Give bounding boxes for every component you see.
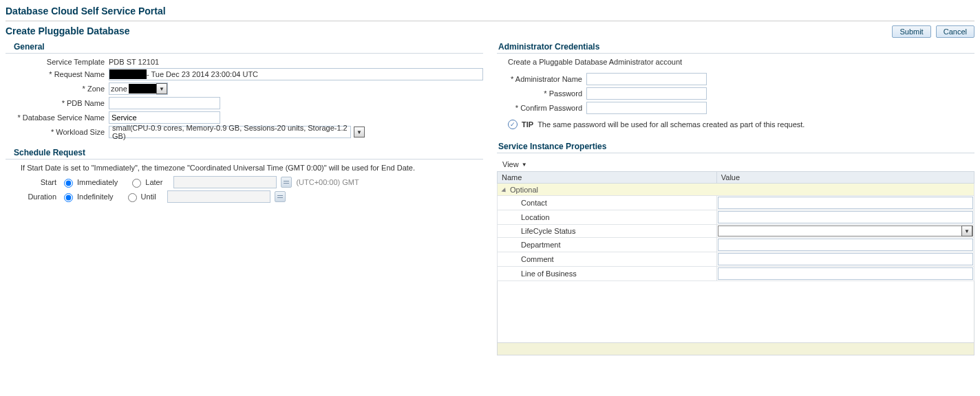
service-template-value: PDB ST 12101: [109, 58, 483, 66]
prop-name: LifeCycle Status: [498, 225, 717, 238]
admin-section-title: Administrator Credentials: [497, 39, 974, 54]
password-label: Password: [497, 89, 586, 98]
action-buttons: Submit Cancel: [889, 25, 974, 38]
request-name-label: Request Name: [6, 70, 109, 78]
start-label: Start: [6, 178, 61, 186]
general-section-title: General: [6, 39, 483, 54]
zone-dropdown-icon[interactable]: ▼: [156, 83, 167, 94]
schedule-note: If Start Date is set to "Immediately", t…: [21, 164, 483, 172]
page-title: Create Pluggable Database: [6, 24, 130, 39]
zone-label: Zone: [6, 85, 109, 93]
admin-note: Create a Pluggable Database Administrato…: [508, 58, 974, 66]
confirm-password-label: Confirm Password: [497, 104, 586, 112]
prop-name: Comment: [498, 252, 717, 267]
submit-button[interactable]: Submit: [892, 25, 930, 38]
request-name-field[interactable]: - Tue Dec 23 2014 23:00:04 UTC: [109, 68, 483, 80]
db-service-name-label: Database Service Name: [6, 113, 109, 122]
request-name-suffix: - Tue Dec 23 2014 23:00:04 UTC: [147, 70, 258, 78]
start-immediately-radio[interactable]: Immediately: [61, 177, 118, 188]
db-service-name-input[interactable]: [109, 111, 220, 124]
prop-value-input[interactable]: [718, 253, 973, 265]
duration-indef-radio[interactable]: Indefinitely: [61, 191, 114, 202]
calendar-icon[interactable]: [281, 177, 292, 188]
tip-icon: ✓: [508, 120, 518, 129]
chevron-down-icon[interactable]: ▼: [961, 226, 972, 236]
expand-icon[interactable]: [501, 187, 507, 193]
chevron-down-icon: ▼: [522, 162, 527, 168]
group-optional[interactable]: Optional: [498, 184, 974, 196]
prop-name: Department: [498, 238, 717, 252]
start-later-radio[interactable]: Later: [129, 177, 162, 188]
cancel-button[interactable]: Cancel: [936, 25, 974, 38]
props-section-title: Service Instance Properties: [497, 139, 974, 153]
prop-value-input[interactable]: [718, 239, 973, 251]
zone-prefix: zone: [109, 85, 129, 93]
calendar-icon-2[interactable]: [275, 191, 286, 202]
admin-name-label: Administrator Name: [497, 75, 586, 83]
col-name: Name: [498, 172, 717, 184]
prop-name: Contact: [498, 196, 717, 210]
zone-redacted: [129, 84, 156, 94]
prop-value-input[interactable]: [718, 267, 973, 280]
start-tz: (UTC+00:00) GMT: [296, 178, 359, 186]
start-date-input: [173, 176, 277, 188]
pdb-name-input[interactable]: [109, 97, 220, 109]
schedule-section-title: Schedule Request: [6, 145, 483, 160]
request-name-redacted: [109, 69, 147, 79]
tip-text: The same password will be used for all s…: [537, 120, 805, 129]
prop-value-input[interactable]: [718, 197, 973, 209]
table-footer: [497, 343, 974, 355]
prop-name: Location: [498, 210, 717, 225]
pdb-name-label: PDB Name: [6, 99, 109, 107]
portal-title: Database Cloud Self Service Portal: [6, 3, 974, 21]
properties-table: Name Value OptionalContactLocationLifeCy…: [497, 171, 974, 281]
duration-until-radio[interactable]: Until: [125, 191, 156, 202]
service-template-label: Service Template: [6, 58, 109, 66]
password-input[interactable]: [586, 87, 707, 100]
workload-size-value: small(CPU-0.9 cores, Memory-0.9 GB, Sess…: [109, 126, 351, 138]
duration-label: Duration: [6, 192, 61, 201]
zone-select[interactable]: zone ▼: [109, 82, 168, 95]
workload-size-label: Workload Size: [6, 128, 109, 136]
tip-label: TIP: [522, 120, 533, 129]
confirm-password-input[interactable]: [586, 102, 707, 114]
prop-value-dropdown[interactable]: ▼: [718, 226, 973, 236]
admin-name-input[interactable]: [586, 73, 707, 85]
until-date-input: [167, 190, 270, 203]
view-menu[interactable]: View ▼: [497, 157, 533, 171]
workload-size-dropdown-icon[interactable]: ▼: [354, 126, 365, 138]
col-value: Value: [716, 172, 974, 184]
prop-value-input[interactable]: [718, 211, 973, 223]
prop-name: Line of Business: [498, 267, 717, 281]
